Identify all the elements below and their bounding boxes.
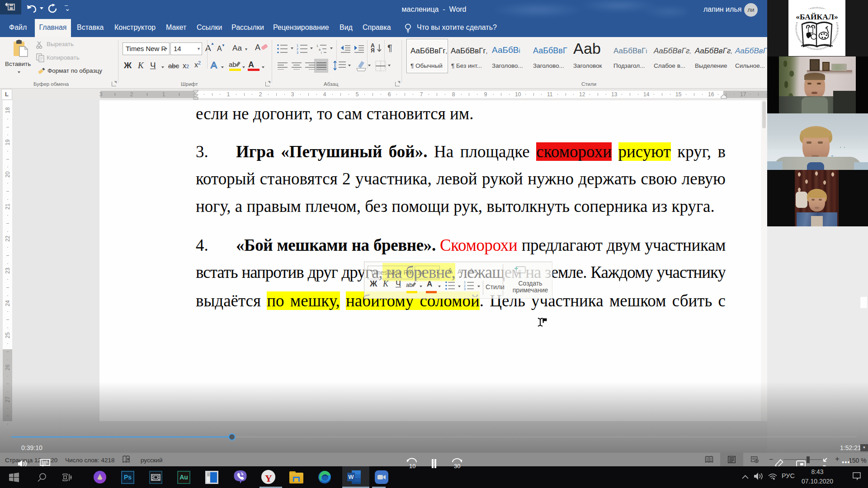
svg-text:3: 3 <box>297 51 298 54</box>
svg-text:3: 3 <box>464 287 466 290</box>
svg-text:30: 30 <box>454 463 460 469</box>
svg-text:1: 1 <box>464 281 466 284</box>
svg-text:1: 1 <box>297 44 298 47</box>
svg-text:«БАЙКАЛ»: «БАЙКАЛ» <box>796 12 838 21</box>
svg-text:a: a <box>319 48 321 51</box>
svg-text:2: 2 <box>464 284 466 287</box>
svg-text:1: 1 <box>316 44 318 47</box>
svg-text:10: 10 <box>409 463 415 469</box>
svg-text:i: i <box>321 51 322 54</box>
svg-text:2: 2 <box>297 47 298 51</box>
